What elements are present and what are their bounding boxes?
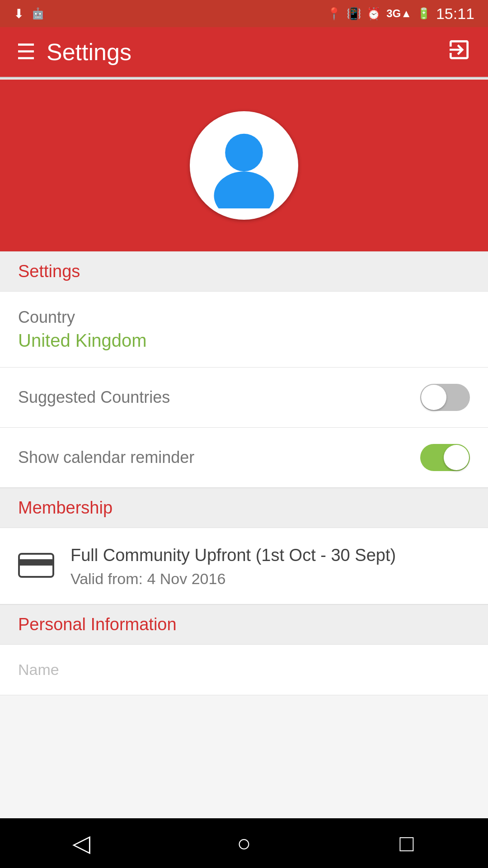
logout-icon[interactable] <box>446 37 472 67</box>
status-bar-left: ⬇ 🤖 <box>14 6 45 21</box>
country-label: Country <box>18 308 470 327</box>
calendar-reminder-item[interactable]: Show calendar reminder <box>0 428 488 488</box>
membership-section-header: Membership <box>0 488 488 528</box>
suggested-countries-item[interactable]: Suggested Countries <box>0 368 488 428</box>
calendar-reminder-knob <box>444 445 469 470</box>
download-icon: ⬇ <box>14 6 24 21</box>
status-time: 15:11 <box>436 5 474 23</box>
toolbar-left: ☰ Settings <box>16 38 131 66</box>
calendar-reminder-toggle[interactable] <box>420 444 470 471</box>
battery-icon: 🔋 <box>417 7 431 20</box>
svg-point-1 <box>214 171 274 208</box>
membership-valid: Valid from: 4 Nov 2016 <box>70 570 470 588</box>
settings-section-header: Settings <box>0 251 488 292</box>
toolbar: ☰ Settings <box>0 27 488 77</box>
personal-info-section-header: Personal Information <box>0 604 488 645</box>
suggested-countries-label: Suggested Countries <box>18 388 420 407</box>
recent-apps-button[interactable]: □ <box>389 825 425 861</box>
svg-point-0 <box>225 134 263 172</box>
signal-icon: 3G▲ <box>386 7 412 20</box>
membership-card-icon <box>18 553 54 580</box>
calendar-reminder-label: Show calendar reminder <box>18 448 420 467</box>
avatar[interactable] <box>190 111 298 220</box>
country-item-left: Country United Kingdom <box>18 308 470 351</box>
profile-section <box>0 80 488 251</box>
membership-section-label: Membership <box>18 498 113 517</box>
membership-text: Full Community Upfront (1st Oct - 30 Sep… <box>70 544 470 588</box>
name-item[interactable]: Name <box>0 645 488 695</box>
bottom-nav: ◁ ○ □ <box>0 818 488 868</box>
alarm-icon: ⏰ <box>366 7 381 21</box>
name-label: Name <box>18 661 470 679</box>
toolbar-title: Settings <box>47 38 131 66</box>
suggested-countries-toggle[interactable] <box>420 384 470 411</box>
membership-item[interactable]: Full Community Upfront (1st Oct - 30 Sep… <box>0 528 488 604</box>
back-button[interactable]: ◁ <box>63 825 99 861</box>
vibrate-icon: 📳 <box>347 7 361 21</box>
settings-section-label: Settings <box>18 262 80 281</box>
calendar-reminder-left: Show calendar reminder <box>18 448 420 467</box>
suggested-countries-left: Suggested Countries <box>18 388 420 407</box>
country-value: United Kingdom <box>18 330 470 351</box>
country-item[interactable]: Country United Kingdom <box>0 292 488 368</box>
status-bar: ⬇ 🤖 📍 📳 ⏰ 3G▲ 🔋 15:11 <box>0 0 488 27</box>
home-button[interactable]: ○ <box>226 825 262 861</box>
svg-rect-3 <box>19 559 53 566</box>
personal-info-section-label: Personal Information <box>18 615 177 634</box>
menu-icon[interactable]: ☰ <box>16 41 36 63</box>
suggested-countries-knob <box>421 385 446 410</box>
membership-title: Full Community Upfront (1st Oct - 30 Sep… <box>70 544 470 566</box>
status-bar-right: 📍 📳 ⏰ 3G▲ 🔋 15:11 <box>327 5 474 23</box>
location-icon: 📍 <box>327 7 341 21</box>
android-icon: 🤖 <box>31 7 45 20</box>
